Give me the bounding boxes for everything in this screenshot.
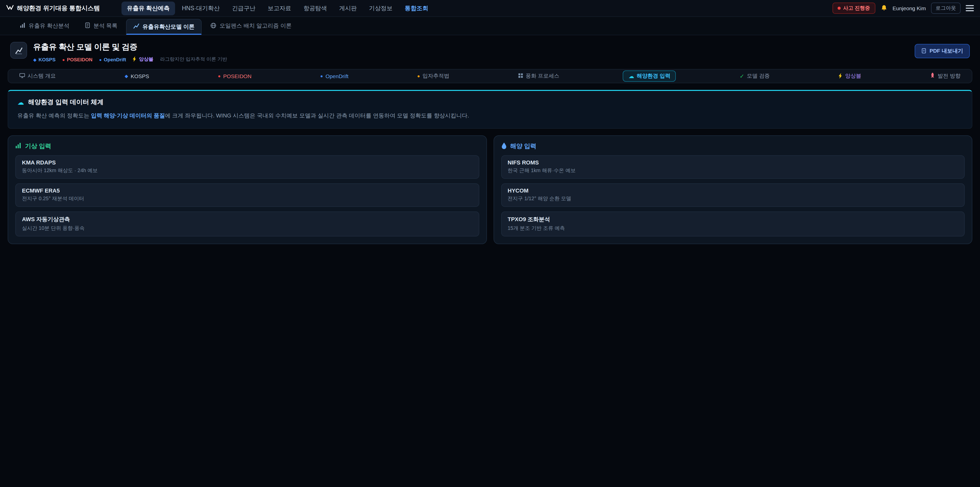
document-icon xyxy=(85,22,90,29)
tab-oil-fence-algorithm[interactable]: 오일펜스 배치 알고리즘 이론 xyxy=(204,17,298,35)
ocean-input-card: 해양 입력 NIFS ROMS 한국 근해 1km 해류·수온 예보 HYCOM… xyxy=(493,135,972,244)
ocean-card-title-row: 해양 입력 xyxy=(501,142,965,151)
main-menu: 유출유 확산예측 HNS·대기확산 긴급구난 보고자료 항공탐색 게시판 기상정… xyxy=(121,1,832,15)
model-badge-row: ◆ KOSPS ● POSEIDON ● OpenDrift 앙상블 xyxy=(33,56,227,63)
logout-button[interactable]: 로그아웃 xyxy=(931,3,961,14)
cloud-icon: ☁ xyxy=(18,99,24,106)
ocean-env-input-section: ☁ 해양환경 입력 데이터 체계 유출유 확산 예측의 정확도는 입력 해양·기… xyxy=(8,90,972,129)
top-navigation: 해양환경 위기대응 통합시스템 유출유 확산예측 HNS·대기확산 긴급구난 보… xyxy=(0,0,980,17)
nav-item-board[interactable]: 게시판 xyxy=(334,1,363,15)
header-text: 유출유 확산 모델 이론 및 검증 ◆ KOSPS ● POSEIDON ● O… xyxy=(33,42,227,63)
weather-card-title: 기상 입력 xyxy=(25,142,51,151)
diamond-icon: ◆ xyxy=(33,57,37,62)
section-tab-poseidon[interactable]: ● POSEIDON xyxy=(213,72,257,81)
section-tab-system-overview[interactable]: 시스템 개요 xyxy=(14,71,61,81)
tab-analysis-list[interactable]: 분석 목록 xyxy=(78,17,124,35)
badge-ensemble: 앙상블 xyxy=(133,56,153,63)
globe-icon xyxy=(210,22,216,29)
cloud-icon: ☁ xyxy=(628,73,634,79)
incident-dot-icon xyxy=(838,6,841,10)
nav-item-emergency-rescue[interactable]: 긴급구난 xyxy=(226,1,261,15)
list-item-tpxo9[interactable]: TPXO9 조화분석 15개 분조 기반 조류 예측 xyxy=(501,211,965,236)
menu-hamburger-icon[interactable] xyxy=(966,4,974,12)
page-header: 유출유 확산 모델 이론 및 검증 ◆ KOSPS ● POSEIDON ● O… xyxy=(0,35,980,67)
check-icon: ✓ xyxy=(740,73,744,79)
nav-item-weather-info[interactable]: 기상정보 xyxy=(363,1,398,15)
particle-icon: ● xyxy=(417,74,420,78)
monitor-icon xyxy=(19,73,25,79)
highlighted-phrase: 입력 해양·기상 데이터의 품질 xyxy=(91,112,165,118)
header-subtitle: 라그랑지안 입자추적 이론 기반 xyxy=(160,56,227,63)
section-description: 유출유 확산 예측의 정확도는 입력 해양·기상 데이터의 품질에 크게 좌우됩… xyxy=(18,111,963,120)
section-tab-strip: 시스템 개요 ◆ KOSPS ● POSEIDON ● OpenDrift ● … xyxy=(8,69,972,83)
badge-opendrift: ● OpenDrift xyxy=(99,57,126,62)
section-tab-weathering-process[interactable]: 풍화 프로세스 xyxy=(513,71,565,81)
wing-logo-icon xyxy=(6,3,14,13)
tab-spill-model-theory[interactable]: 유출유확산모델 이론 xyxy=(126,19,202,35)
list-item-hycom[interactable]: HYCOM 전지구 1/12° 해양 순환 모델 xyxy=(501,184,965,207)
tab-label: 유출유 확산분석 xyxy=(29,22,69,30)
pdf-export-button[interactable]: PDF 내보내기 xyxy=(915,44,970,58)
rocket-icon xyxy=(930,72,935,80)
lightning-icon xyxy=(838,73,843,80)
section-tab-opendrift[interactable]: ● OpenDrift xyxy=(315,72,354,81)
tab-oil-spill-analysis[interactable]: 유출유 확산분석 xyxy=(13,17,76,35)
topnav-right: 사고 진행중 Eunjeong Kim 로그아웃 xyxy=(832,3,974,14)
tab-label: 분석 목록 xyxy=(94,22,118,30)
ocean-card-title: 해양 입력 xyxy=(510,142,536,151)
pdf-file-icon xyxy=(921,48,926,54)
section-title: 해양환경 입력 데이터 체계 xyxy=(28,98,103,107)
incident-status-label: 사고 진행중 xyxy=(843,5,870,12)
nav-item-aerial-search[interactable]: 항공탐색 xyxy=(298,1,332,15)
section-tab-future-direction[interactable]: 발전 방향 xyxy=(925,71,966,81)
sub-tab-bar: 유출유 확산분석 분석 목록 유출유확산모델 이론 오일펜스 배치 알고리즘 이… xyxy=(0,17,980,35)
section-tab-ocean-env-input[interactable]: ☁ 해양환경 입력 xyxy=(623,70,676,82)
tab-label: 유출유확산모델 이론 xyxy=(142,23,194,30)
input-data-cards: 기상 입력 KMA RDAPS 동아시아 12km 해상도 · 24h 예보 E… xyxy=(8,135,972,244)
badge-kosps: ◆ KOSPS xyxy=(33,57,56,62)
badge-poseidon: ● POSEIDON xyxy=(62,57,93,62)
nav-item-oil-spill-prediction[interactable]: 유출유 확산예측 xyxy=(121,1,175,15)
dot-icon: ● xyxy=(320,74,323,78)
system-title: 해양환경 위기대응 통합시스템 xyxy=(17,4,100,13)
grid-icon xyxy=(518,73,523,79)
nav-item-integrated-search[interactable]: 통합조회 xyxy=(399,1,434,15)
dot-icon: ● xyxy=(218,74,221,78)
weather-input-card: 기상 입력 KMA RDAPS 동아시아 12km 해상도 · 24h 예보 E… xyxy=(8,135,487,244)
tab-label: 오일펜스 배치 알고리즘 이론 xyxy=(220,22,291,30)
weather-chart-icon xyxy=(15,142,21,150)
water-drop-icon xyxy=(501,142,507,150)
section-tab-kosps[interactable]: ◆ KOSPS xyxy=(119,72,154,81)
list-item-nifs-roms[interactable]: NIFS ROMS 한국 근해 1km 해류·수온 예보 xyxy=(501,155,965,179)
notification-bell-icon[interactable] xyxy=(880,5,887,12)
nav-item-hns-atmospheric[interactable]: HNS·대기확산 xyxy=(177,1,225,15)
dot-icon: ● xyxy=(62,57,65,62)
incident-status-badge[interactable]: 사고 진행중 xyxy=(832,3,875,14)
model-theory-icon xyxy=(10,42,27,59)
app-root: 해양환경 위기대응 통합시스템 유출유 확산예측 HNS·대기확산 긴급구난 보… xyxy=(0,0,980,487)
section-title-row: ☁ 해양환경 입력 데이터 체계 xyxy=(18,98,963,107)
diamond-icon: ◆ xyxy=(124,74,128,78)
nav-item-reports[interactable]: 보고자료 xyxy=(262,1,297,15)
dot-icon: ● xyxy=(99,57,102,62)
lightning-icon xyxy=(133,56,137,63)
user-name: Eunjeong Kim xyxy=(892,5,926,11)
section-tab-particle-tracking[interactable]: ● 입자추적법 xyxy=(412,71,455,81)
list-item-ecmwf-era5[interactable]: ECMWF ERA5 전지구 0.25° 재분석 데이터 xyxy=(15,184,479,207)
bar-chart-icon xyxy=(20,22,25,29)
page-title: 유출유 확산 모델 이론 및 검증 xyxy=(33,42,227,53)
app-logo[interactable]: 해양환경 위기대응 통합시스템 xyxy=(6,3,100,13)
list-item-kma-rdaps[interactable]: KMA RDAPS 동아시아 12km 해상도 · 24h 예보 xyxy=(15,155,479,179)
list-item-aws-observation[interactable]: AWS 자동기상관측 실시간 10분 단위 풍향·풍속 xyxy=(15,211,479,236)
weather-card-title-row: 기상 입력 xyxy=(15,142,479,151)
section-tab-ensemble[interactable]: 앙상블 xyxy=(834,71,866,81)
line-chart-icon xyxy=(133,23,139,30)
section-tab-model-validation[interactable]: ✓ 모델 검증 xyxy=(735,71,775,81)
